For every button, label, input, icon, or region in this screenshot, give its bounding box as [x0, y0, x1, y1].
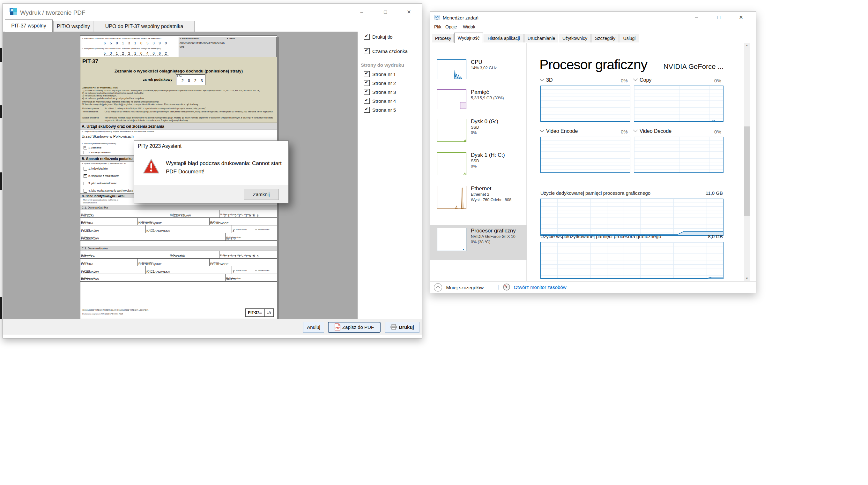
- tab-uzytkownicy[interactable]: Użytkownicy: [559, 34, 591, 42]
- sidebar-item-title: Pamięć: [471, 89, 504, 95]
- sidebar-item-gpu[interactable]: Procesor graficzny NVIDIA GeForce GTX 10…: [430, 225, 527, 260]
- sidebar-item-ethernet[interactable]: Ethernet Ethernet 2 Wysł.: 760 Odebr.: 8…: [430, 185, 527, 217]
- disk0-mini-chart: [437, 119, 466, 142]
- year-prefix: za rok podatkowy: [143, 78, 172, 81]
- cell-value: PRZEMKÓW: [81, 278, 99, 281]
- legal-key: Sposób składania:: [82, 117, 99, 119]
- cell-value: PRZEMYSŁAW: [170, 213, 191, 217]
- tab-historia-aplikacji[interactable]: Historia aplikacji: [484, 34, 524, 42]
- sidebar-item-sub: 5,3/15,9 GB (33%): [471, 95, 504, 101]
- page-label: Strona nr 4: [372, 98, 396, 104]
- field7-option: 1. zeznanie: [88, 146, 101, 149]
- gpu-mini-chart: [437, 228, 466, 251]
- shared-memory-label: Użycie współużytkowanej pamięci procesor…: [540, 234, 661, 239]
- scrollbar-thumb[interactable]: [744, 126, 750, 216]
- section-c-note: wdowa/wdowiec.: [83, 202, 97, 204]
- form-field-label: 2. Identyfikator podatkowy NIP / numer P…: [82, 48, 161, 50]
- sidebar-item-cpu[interactable]: CPU 14% 3,02 GHz: [430, 59, 527, 86]
- tab-pito-wspolny[interactable]: PIT/O wspólny: [53, 21, 93, 32]
- pages-header: Strony do wydruku: [361, 62, 404, 68]
- menu-widok[interactable]: Widok: [463, 24, 475, 29]
- close-button[interactable]: ✕: [402, 7, 416, 17]
- cell-value: 2 1 - 1 2 - 1 9 5 3: [224, 255, 259, 258]
- field9-option: 3. jako wdowa/wdowiec: [88, 182, 117, 185]
- tab-pit37-wspolny[interactable]: PIT-37 wspólny: [5, 20, 53, 32]
- field9-label: 9. Sposób rozliczenia podatku (z kwadrat…: [82, 163, 126, 165]
- legal-value: Od 15 lutego do 30 kwietnia roku następu…: [105, 111, 274, 113]
- menu-plik[interactable]: Plik: [434, 24, 441, 29]
- chevron-down-icon[interactable]: [540, 77, 544, 81]
- checkbox-strona-4[interactable]: [364, 98, 370, 104]
- form-title: Zeznanie o wysokości osiągniętego dochod…: [81, 69, 277, 74]
- engine-label: 3D: [546, 77, 553, 83]
- cell-label: 19. Numer lokalu: [255, 229, 269, 230]
- engine-value: 0%: [621, 129, 628, 135]
- pesel-podatnika: 6 5 0 1 3 1 0 5 3 9 9: [104, 41, 168, 45]
- checkbox-drukuj-tlo[interactable]: [364, 34, 370, 39]
- checkbox-strona-3[interactable]: [364, 89, 370, 95]
- form-checkbox: [84, 189, 87, 193]
- open-resource-monitor-link[interactable]: Otwórz monitor zasobów: [503, 283, 566, 291]
- background-window-fragment: [0, 48, 2, 62]
- year-value: 2 0 2 3: [182, 79, 205, 83]
- save-pdf-label: Zapisz do PDF: [342, 324, 374, 330]
- close-button[interactable]: ✕: [734, 13, 748, 22]
- scrollbar-up-arrow[interactable]: ▲: [744, 43, 750, 48]
- sidebar-item-dysk0[interactable]: Dysk 0 (G:) SSD 0%: [430, 118, 527, 150]
- minimize-button[interactable]: –: [689, 13, 704, 22]
- tab-procesy[interactable]: Procesy: [433, 34, 454, 42]
- checkbox-strona-2[interactable]: [364, 80, 370, 86]
- disk1-mini-chart: [437, 152, 466, 175]
- maximize-button[interactable]: □: [711, 13, 726, 22]
- performance-sidebar: CPU 14% 3,02 GHz Pamięć 5,3/15,9 GB (33%…: [430, 43, 527, 281]
- legal-key: Termin składania:: [82, 111, 99, 113]
- warning-icon: [143, 159, 159, 174]
- menu-opcje[interactable]: Opcje: [445, 24, 457, 29]
- form-footer-line: 65013105399 WITECKI PRZEMYSŁAW, 53122104…: [82, 309, 148, 311]
- footer-page-number: 1/5: [265, 308, 274, 317]
- minimize-button[interactable]: –: [354, 7, 369, 17]
- tab-uruchamianie[interactable]: Uruchamianie: [524, 34, 558, 42]
- chevron-down-icon[interactable]: [633, 128, 638, 132]
- scrollbar-down-arrow[interactable]: ▼: [744, 276, 750, 281]
- print-button[interactable]: Drukuj: [385, 322, 420, 333]
- printer-icon: [391, 324, 397, 330]
- dedicated-memory-label: Użycie dedykowanej pamięci procesora gra…: [540, 190, 650, 196]
- field9-option: 4. jako osoba samotnie wychowująca dziec…: [88, 189, 141, 192]
- field9-option: 1. indywidualnie: [88, 167, 107, 170]
- form-field-label: 4. Status: [227, 37, 235, 39]
- form-checkbox: [84, 167, 87, 171]
- cell-value: PRZEMKÓW: [81, 229, 99, 232]
- field7-option: 2. korektę zeznania: [88, 151, 111, 154]
- gpu-panel-title: Procesor graficzny: [539, 57, 647, 73]
- chevron-down-icon[interactable]: [633, 77, 638, 81]
- tab-upo-pit37[interactable]: UPO do PIT-37 wspólny podatnika: [94, 21, 194, 32]
- checkbox-czarna-czcionka[interactable]: [364, 48, 370, 54]
- save-pdf-button[interactable]: PDF Zapisz do PDF: [328, 322, 380, 333]
- scrollbar[interactable]: ▲ ▼: [744, 43, 750, 281]
- sidebar-item-pamiec[interactable]: Pamięć 5,3/15,9 GB (33%): [430, 89, 527, 116]
- maximize-button[interactable]: □: [378, 7, 393, 17]
- page-label: Strona nr 1: [372, 72, 396, 77]
- checkbox-strona-5[interactable]: [364, 107, 370, 113]
- cell-value: DOLNOŚLĄSKIE: [138, 262, 162, 266]
- gpu-video-encode-chart: [540, 137, 630, 173]
- less-details-button[interactable]: Mniej szczegółów: [434, 283, 484, 291]
- tab-wydajnosc[interactable]: Wydajność: [454, 33, 483, 43]
- tab-szczegoly[interactable]: Szczegóły: [591, 34, 619, 42]
- tab-uslugi[interactable]: Usługi: [620, 34, 639, 42]
- error-dialog-title: PITy 2023 Asystent: [138, 143, 182, 149]
- print-label: Drukuj: [399, 324, 414, 330]
- section-c2-header: C.2. Dane małżonka: [81, 246, 277, 251]
- section-c-note: Możesz nie podawać adresu małżonka, je: [83, 199, 118, 201]
- chevron-down-icon[interactable]: [540, 128, 544, 132]
- legal-key: Podstawa prawna:: [82, 107, 99, 110]
- sidebar-item-dysk1[interactable]: Dysk 1 (H: C:) SSD 0%: [430, 152, 527, 183]
- gpu-detail-panel: Procesor graficzny NVIDIA GeForce ... 3D…: [539, 43, 725, 281]
- cell-value: POLKOWICE: [210, 262, 229, 266]
- checkbox-strona-1[interactable]: [364, 71, 370, 77]
- close-error-button[interactable]: Zamknij: [244, 189, 279, 200]
- cancel-button[interactable]: Anuluj: [303, 322, 324, 333]
- condition-line: 4) nie odliczasz podatku dochodowego od …: [82, 97, 145, 99]
- sidebar-item-sub: Ethernet 2: [471, 192, 512, 197]
